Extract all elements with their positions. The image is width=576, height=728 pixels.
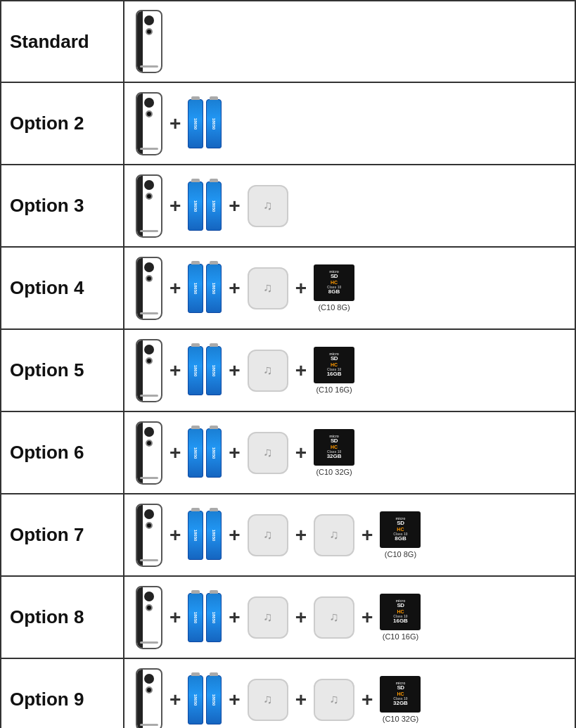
battery-icon: 18650 xyxy=(206,593,222,642)
doorbell-icon xyxy=(136,174,162,238)
table-row: Option 9 + 18650 18650 +♫+♫+ micro SD HC… xyxy=(1,658,575,728)
battery-icon: 18650 xyxy=(206,264,222,313)
battery-top xyxy=(191,672,200,676)
battery-label: 18650 xyxy=(212,529,216,541)
battery-label: 18650 xyxy=(193,529,198,541)
doorbell-bottom xyxy=(140,477,158,479)
plus-sign: + xyxy=(169,442,181,464)
sd-label: (C10 8G) xyxy=(385,550,416,558)
plus-sign: + xyxy=(169,277,181,300)
chime-icon: ♫ xyxy=(314,679,354,721)
plus-sign: + xyxy=(229,689,240,711)
option-content-inner: + 18650 18650 +♫+ micro SD HC Class 10 8… xyxy=(124,248,575,328)
plus-sign: + xyxy=(295,524,307,547)
battery-icon: 18650 xyxy=(188,99,203,148)
table-row: Standard xyxy=(1,1,575,82)
battery-top xyxy=(210,96,218,100)
doorbell-lens xyxy=(146,28,153,35)
chime-icon: ♫ xyxy=(248,185,288,227)
chime-icon: ♫ xyxy=(248,596,288,639)
doorbell-icon xyxy=(136,586,162,649)
batteries-icon: 18650 18650 xyxy=(188,264,222,313)
doorbell-stripe xyxy=(137,670,143,729)
battery-top xyxy=(210,672,218,676)
chime-note: ♫ xyxy=(263,445,273,460)
battery-label: 18650 xyxy=(212,447,216,459)
battery-top xyxy=(191,96,200,100)
doorbell-icon xyxy=(136,339,162,402)
chime-icon: ♫ xyxy=(248,267,288,309)
option-label: Option 9 xyxy=(1,658,124,728)
doorbell-icon xyxy=(136,668,162,729)
doorbell-camera xyxy=(144,509,154,519)
option-label: Option 4 xyxy=(1,247,124,329)
sd-card-icon: micro SD HC Class 10 16GB xyxy=(314,347,354,383)
doorbell-lens xyxy=(146,110,153,117)
battery-label: 18650 xyxy=(193,611,198,623)
battery-icon: 18650 xyxy=(188,346,203,395)
doorbell-lens xyxy=(146,522,153,529)
option-content: + 18650 18650 +♫+ micro SD HC Class 10 3… xyxy=(124,411,575,494)
doorbell-camera xyxy=(144,180,154,190)
battery-icon: 18650 xyxy=(206,511,222,560)
doorbell-camera xyxy=(144,345,154,355)
battery-label: 18650 xyxy=(212,200,216,212)
doorbell-bottom xyxy=(140,230,158,232)
battery-label: 18650 xyxy=(193,447,198,459)
battery-icon: 18650 xyxy=(206,675,222,724)
plus-sign: + xyxy=(169,359,181,382)
battery-label: 18650 xyxy=(212,364,216,376)
doorbell-icon xyxy=(136,92,162,155)
doorbell-stripe xyxy=(137,258,143,319)
battery-icon: 18650 xyxy=(206,99,222,148)
doorbell-camera xyxy=(144,674,154,684)
battery-label: 18650 xyxy=(212,282,216,294)
option-content-inner: + 18650 18650 +♫+ micro SD HC Class 10 3… xyxy=(124,412,575,493)
chime-note: ♫ xyxy=(329,528,339,542)
battery-icon: 18650 xyxy=(188,593,203,642)
battery-label: 18650 xyxy=(193,117,198,129)
plus-sign: + xyxy=(229,277,240,300)
batteries-icon: 18650 18650 xyxy=(188,428,222,478)
option-label: Standard xyxy=(1,1,124,82)
plus-sign: + xyxy=(229,442,240,464)
option-content: + 18650 18650 xyxy=(124,82,575,165)
doorbell-icon xyxy=(136,421,162,485)
option-content-inner: + 18650 18650 +♫+♫+ micro SD HC Class 10… xyxy=(124,659,575,728)
doorbell-stripe xyxy=(137,176,143,236)
battery-top xyxy=(210,179,218,182)
battery-top xyxy=(191,261,200,264)
chime-icon: ♫ xyxy=(248,432,288,474)
plus-sign: + xyxy=(229,195,240,217)
option-label: Option 8 xyxy=(1,576,124,658)
doorbell-camera xyxy=(144,98,154,108)
table-row: Option 6 + 18650 18650 +♫+ micro SD HC C… xyxy=(1,411,575,494)
option-content: + 18650 18650 +♫+ micro SD HC Class 10 8… xyxy=(124,247,575,329)
table-row: Option 4 + 18650 18650 +♫+ micro SD HC C… xyxy=(1,247,575,329)
chime-note: ♫ xyxy=(263,692,273,707)
doorbell-lens xyxy=(146,193,153,200)
battery-top xyxy=(210,508,218,511)
chime-icon: ♫ xyxy=(248,514,288,556)
doorbell-camera xyxy=(144,592,154,601)
option-content-inner xyxy=(124,1,575,82)
battery-icon: 18650 xyxy=(206,346,222,395)
doorbell-lens xyxy=(146,357,153,364)
sd-logo: micro SD HC Class 10 16GB xyxy=(393,599,408,625)
batteries-icon: 18650 18650 xyxy=(188,99,222,148)
plus-sign: + xyxy=(169,606,181,629)
battery-label: 18650 xyxy=(193,200,198,212)
battery-top xyxy=(210,343,218,347)
sd-logo: micro SD HC Class 10 16GB xyxy=(327,352,342,378)
doorbell-icon xyxy=(136,504,162,567)
doorbell-camera xyxy=(144,427,154,437)
plus-sign: + xyxy=(361,689,373,711)
plus-sign: + xyxy=(295,606,307,629)
sd-label: (C10 32G) xyxy=(383,715,418,723)
doorbell-stripe xyxy=(137,11,143,72)
plus-sign: + xyxy=(295,442,307,464)
sd-logo: micro SD HC Class 10 32GB xyxy=(327,435,342,460)
sd-card-wrap: micro SD HC Class 10 16GB (C10 16G) xyxy=(380,594,421,641)
option-content: + 18650 18650 +♫+♫+ micro SD HC Class 10… xyxy=(124,494,575,576)
batteries-icon: 18650 18650 xyxy=(188,346,222,395)
